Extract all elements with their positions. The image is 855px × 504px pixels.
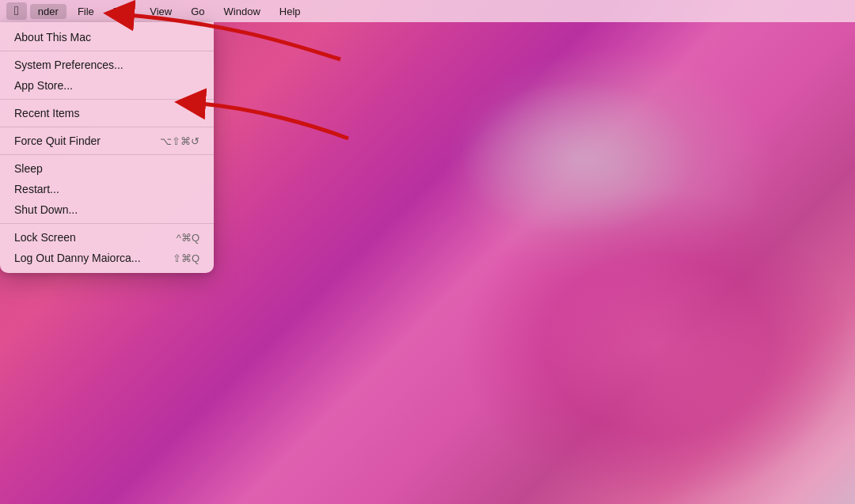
apple-menu-button[interactable]: : [6, 2, 27, 20]
shut-down-item[interactable]: Shut Down...: [0, 199, 214, 220]
log-out-shortcut: ⇧⌘Q: [173, 252, 200, 264]
apple-dropdown-menu: About This Mac System Preferences... App…: [0, 22, 214, 273]
system-preferences-item[interactable]: System Preferences...: [0, 55, 214, 75]
separator-2: [0, 99, 214, 100]
separator-4: [0, 154, 214, 155]
separator-3: [0, 127, 214, 127]
edit-menu-item[interactable]: Edit: [105, 4, 139, 19]
lock-screen-item[interactable]: Lock Screen ^⌘Q: [0, 227, 214, 248]
app-store-item[interactable]: App Store...: [0, 75, 214, 96]
finder-menu-item[interactable]: nder: [30, 4, 66, 19]
help-menu-item[interactable]: Help: [272, 4, 309, 19]
sleep-item[interactable]: Sleep: [0, 158, 214, 179]
restart-item[interactable]: Restart...: [0, 179, 214, 199]
about-this-mac-item[interactable]: About This Mac: [0, 27, 214, 47]
recent-items-item[interactable]: Recent Items ›: [0, 103, 214, 123]
menubar:  nder File Edit View Go Window Help: [0, 0, 855, 22]
log-out-item[interactable]: Log Out Danny Maiorca... ⇧⌘Q: [0, 248, 214, 268]
window-menu-item[interactable]: Window: [216, 4, 268, 19]
separator-1: [0, 51, 214, 51]
separator-5: [0, 223, 214, 224]
view-menu-item[interactable]: View: [142, 4, 180, 19]
file-menu-item[interactable]: File: [70, 4, 102, 19]
lock-screen-shortcut: ^⌘Q: [177, 232, 200, 244]
go-menu-item[interactable]: Go: [183, 4, 212, 19]
chevron-right-icon: ›: [196, 108, 200, 119]
force-quit-shortcut: ⌥⇧⌘↺: [160, 135, 200, 147]
force-quit-item[interactable]: Force Quit Finder ⌥⇧⌘↺: [0, 131, 214, 151]
